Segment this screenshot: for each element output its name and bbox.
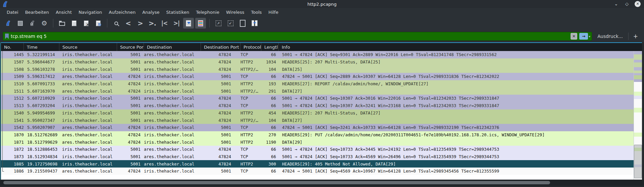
packet-row-1510[interactable]: 15105.607091733ares.thehacker.local47824… bbox=[1, 80, 644, 88]
close-button[interactable]: ✕ bbox=[635, 1, 641, 7]
packet-row-1507[interactable]: 15075.596044677iris.thehacker.local5001a… bbox=[1, 58, 644, 66]
cell-time: 5.607293204 bbox=[24, 103, 59, 108]
zoom-out-button[interactable]: ↙ bbox=[225, 18, 236, 29]
vertical-scrollbar-handle[interactable] bbox=[634, 145, 642, 178]
cell-info: HEADERS[27]: REPORT /caldav/admin/home/,… bbox=[279, 81, 644, 86]
display-filter-input[interactable]: tcp.stream eq 5 ✕ → ▾ bbox=[3, 32, 592, 41]
column-header-destination-port[interactable]: Destination Port bbox=[201, 43, 240, 51]
minimap-segment bbox=[634, 99, 642, 108]
go-forward-button[interactable]: > bbox=[135, 18, 146, 29]
column-header-no-[interactable]: No. bbox=[1, 43, 24, 51]
menu-item-bearbeiten[interactable]: Bearbeiten bbox=[22, 8, 52, 16]
packet-row-1873[interactable]: 187318.512934834iris.thehacker.local5001… bbox=[1, 153, 644, 160]
packet-row-1870[interactable]: 187018.512762689ares.thehacker.local4782… bbox=[1, 131, 644, 139]
packet-row-1885[interactable]: 188519.172750698iris.thehacker.local5001… bbox=[1, 160, 644, 168]
zoom-original-button[interactable] bbox=[237, 18, 248, 29]
save-file-button[interactable] bbox=[69, 18, 79, 29]
menu-item-analyse[interactable]: Analyse bbox=[139, 8, 163, 16]
go-back-button[interactable]: < bbox=[123, 18, 133, 29]
colorize-toggle[interactable] bbox=[195, 18, 206, 29]
cell-time: 5.607091733 bbox=[24, 81, 59, 86]
apply-filter-button[interactable]: → bbox=[579, 33, 588, 40]
packet-row-1540[interactable]: 15405.949954699iris.thehacker.local5001a… bbox=[1, 109, 644, 117]
packet-row-1872[interactable]: 187218.512886453iris.thehacker.local5001… bbox=[1, 146, 644, 153]
packet-row-1886[interactable]: 188619.215509437ares.thehacker.local4782… bbox=[1, 168, 644, 175]
menu-item-hilfe[interactable]: Hilfe bbox=[265, 8, 282, 16]
column-header-info[interactable]: Info bbox=[279, 43, 644, 51]
column-header-protocol[interactable]: Protocol bbox=[240, 43, 261, 51]
close-file-button[interactable]: ✕ bbox=[81, 18, 92, 29]
cell-info: DATA[25] bbox=[279, 67, 644, 72]
clear-filter-button[interactable]: ✕ bbox=[571, 33, 577, 40]
packet-row-1445[interactable]: 14455.322199114iris.thehacker.local5001a… bbox=[1, 51, 644, 58]
column-header-source-port[interactable]: Source Port bbox=[117, 43, 144, 51]
menu-item-wireless[interactable]: Wireless bbox=[223, 8, 248, 16]
minimap-segment bbox=[634, 133, 642, 137]
cell-dst: ares.thehacker.local bbox=[144, 67, 201, 72]
reload-file-button[interactable]: ↻ bbox=[93, 18, 104, 29]
packet-row-1541[interactable]: 15415.950027347iris.thehacker.local5001a… bbox=[1, 116, 644, 124]
resize-columns-button[interactable] bbox=[249, 18, 260, 29]
maximize-button[interactable]: ◇ bbox=[624, 1, 630, 7]
find-packet-button[interactable] bbox=[111, 18, 121, 29]
go-first-packet-button[interactable]: |< bbox=[159, 18, 170, 29]
stream-bracket-line bbox=[1, 65, 5, 73]
cell-dst: ares.thehacker.local bbox=[144, 147, 201, 152]
packet-row-1512[interactable]: 15125.607210929iris.thehacker.local5001a… bbox=[1, 95, 644, 102]
auto-scroll-toggle[interactable] bbox=[183, 18, 194, 29]
packet-row-1542[interactable]: 15425.950207907ares.thehacker.local47824… bbox=[1, 124, 644, 131]
cell-dst: ares.thehacker.local bbox=[144, 161, 201, 167]
cell-info: DATA[27] bbox=[279, 118, 644, 123]
menu-item-tools[interactable]: Tools bbox=[248, 8, 265, 16]
cell-info: DATA[27] bbox=[279, 89, 644, 94]
packet-row-1871[interactable]: 187118.512799629ares.thehacker.local4782… bbox=[1, 138, 644, 146]
restart-capture-button[interactable] bbox=[27, 18, 38, 29]
toolbar-separator bbox=[209, 19, 210, 28]
packet-minimap-scrollbar[interactable] bbox=[634, 51, 642, 180]
minimap-segment bbox=[634, 112, 642, 133]
menu-item-statistiken[interactable]: Statistiken bbox=[163, 8, 193, 16]
packet-row-1508[interactable]: 15085.596103278iris.thehacker.local5001a… bbox=[1, 65, 644, 73]
minimize-button[interactable]: ⌄ bbox=[613, 1, 619, 7]
zoom-in-button[interactable]: ↗ bbox=[213, 18, 224, 29]
wireshark-window: http2.pcapng ⌄ ◇ ✕ DateiBearbeitenAnsich… bbox=[0, 0, 644, 187]
column-header-source[interactable]: Source bbox=[59, 43, 117, 51]
cell-time: 19.172750698 bbox=[24, 161, 59, 167]
go-to-packet-button[interactable]: >. bbox=[147, 18, 158, 29]
toolbar-separator bbox=[53, 19, 53, 28]
menu-item-navigation[interactable]: Navigation bbox=[75, 8, 105, 16]
cell-len: 66 bbox=[261, 125, 279, 130]
expression-button[interactable]: Ausdruck... bbox=[595, 34, 626, 39]
stream-bracket-line bbox=[1, 73, 5, 80]
cell-proto: HTTP2/… bbox=[240, 118, 261, 123]
column-header-lengtl[interactable]: Lengtl bbox=[261, 43, 279, 51]
menu-item-aufzeichnen[interactable]: Aufzeichnen bbox=[105, 8, 139, 16]
cell-src: ares.thehacker.local bbox=[59, 140, 117, 145]
packet-row-1509[interactable]: 15095.596317412ares.thehacker.local47824… bbox=[1, 73, 644, 80]
horizontal-scrollbar-handle[interactable] bbox=[3, 181, 550, 184]
cell-len: 66 bbox=[261, 154, 279, 159]
menu-item-ansicht[interactable]: Ansicht bbox=[52, 8, 75, 16]
add-filter-button[interactable]: + bbox=[631, 33, 641, 40]
open-file-button[interactable] bbox=[57, 18, 67, 29]
menu-item-telephonie[interactable]: Telephonie bbox=[193, 8, 223, 16]
cell-sport: 47824 bbox=[117, 169, 144, 174]
menu-item-datei[interactable]: Datei bbox=[3, 8, 22, 16]
titlebar[interactable]: http2.pcapng ⌄ ◇ ✕ bbox=[0, 0, 644, 8]
column-header-time[interactable]: Time bbox=[24, 43, 59, 51]
horizontal-scrollbar[interactable] bbox=[0, 180, 644, 186]
column-header-destination[interactable]: Destination bbox=[144, 43, 201, 51]
packet-row-1513[interactable]: 15135.607293204iris.thehacker.local5001a… bbox=[1, 102, 644, 109]
cell-dport: 47824 bbox=[201, 96, 240, 101]
packet-row-1511[interactable]: 15115.607163970ares.thehacker.local47824… bbox=[1, 87, 644, 95]
filter-dropdown-caret[interactable]: ▾ bbox=[589, 35, 590, 38]
stop-capture-button[interactable] bbox=[15, 18, 25, 29]
filter-text[interactable]: tcp.stream eq 5 bbox=[11, 34, 569, 39]
minimap-segment bbox=[634, 67, 642, 71]
cell-no: 1513 bbox=[5, 103, 24, 108]
bookmark-icon[interactable] bbox=[5, 34, 9, 39]
cell-no: 1872 bbox=[5, 147, 24, 152]
capture-options-button[interactable]: ⚙ bbox=[39, 18, 50, 29]
start-capture-button[interactable] bbox=[3, 18, 13, 29]
go-last-packet-button[interactable]: >| bbox=[171, 18, 182, 29]
